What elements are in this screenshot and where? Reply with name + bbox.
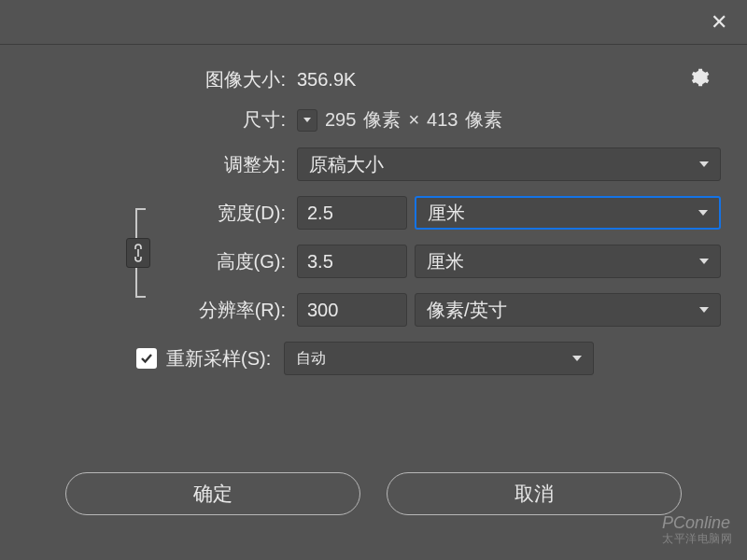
width-input[interactable] xyxy=(297,196,407,230)
height-input[interactable] xyxy=(297,245,407,278)
resample-method-select[interactable]: 自动 xyxy=(284,342,594,375)
fit-to-value: 原稿大小 xyxy=(309,152,384,177)
dimensions-label: 尺寸: xyxy=(26,107,297,133)
ok-button[interactable]: 确定 xyxy=(65,472,360,515)
close-button[interactable]: ✕ xyxy=(700,4,738,41)
resample-checkbox[interactable] xyxy=(136,348,157,369)
dim-width-unit: 像素 xyxy=(363,107,401,133)
dim-times: × xyxy=(408,109,419,131)
chevron-down-icon xyxy=(699,161,709,167)
constrain-proportions-toggle[interactable] xyxy=(126,238,150,268)
cancel-button[interactable]: 取消 xyxy=(387,472,682,515)
ok-button-label: 确定 xyxy=(193,481,233,507)
width-label: 宽度(D): xyxy=(26,201,297,226)
watermark: PConline 太平洋电脑网 xyxy=(662,513,732,547)
fit-to-label: 调整为: xyxy=(26,152,297,177)
settings-gear-button[interactable] xyxy=(689,67,710,91)
dimensions-unit-dropdown[interactable] xyxy=(297,109,317,132)
watermark-sub: 太平洋电脑网 xyxy=(662,531,732,547)
check-icon xyxy=(139,351,154,366)
height-label: 高度(G): xyxy=(26,249,297,274)
resolution-label: 分辨率(R): xyxy=(26,298,297,323)
dim-width-value: 295 xyxy=(325,109,356,131)
height-unit-select[interactable]: 厘米 xyxy=(415,245,721,278)
resample-method-value: 自动 xyxy=(296,349,326,369)
chevron-down-icon xyxy=(699,307,709,313)
link-icon xyxy=(132,244,145,262)
cancel-button-label: 取消 xyxy=(514,481,554,507)
fit-to-select[interactable]: 原稿大小 xyxy=(297,147,721,181)
chevron-down-icon xyxy=(572,356,582,361)
resolution-input[interactable] xyxy=(297,293,407,327)
width-unit-select[interactable]: 厘米 xyxy=(415,196,721,230)
close-icon: ✕ xyxy=(711,10,727,35)
resolution-unit-value: 像素/英寸 xyxy=(427,298,507,323)
resolution-unit-select[interactable]: 像素/英寸 xyxy=(415,293,721,327)
watermark-main: PConline xyxy=(662,513,730,532)
image-size-label: 图像大小: xyxy=(26,67,297,92)
gear-icon xyxy=(689,67,710,88)
resample-label: 重新采样(S): xyxy=(166,346,271,371)
height-unit-value: 厘米 xyxy=(427,249,464,274)
chevron-down-icon xyxy=(699,259,709,264)
dim-height-value: 413 xyxy=(427,109,458,131)
chevron-down-icon xyxy=(698,210,708,216)
width-unit-value: 厘米 xyxy=(428,201,465,226)
dim-height-unit: 像素 xyxy=(465,107,502,133)
image-size-value: 356.9K xyxy=(297,69,356,91)
